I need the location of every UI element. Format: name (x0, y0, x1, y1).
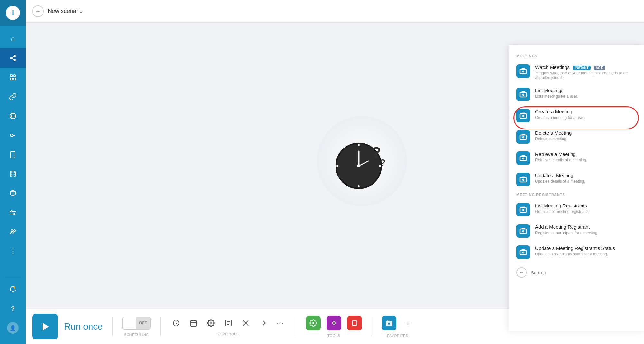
more-icon[interactable]: ··· (275, 317, 286, 329)
history-icon[interactable] (170, 317, 182, 329)
sidebar-item-team[interactable] (0, 222, 26, 242)
create-meeting-icon (516, 109, 530, 122)
favorites-label: FAVORITES (387, 334, 408, 338)
delete-meeting-icon (516, 130, 530, 144)
svg-line-4 (12, 58, 14, 60)
svg-text:?: ? (380, 157, 385, 168)
retrieve-meeting-icon (516, 151, 530, 165)
section-title-meetings: MEETINGS (509, 52, 644, 61)
notes-icon[interactable] (223, 317, 234, 329)
update-meeting-name: Update a Meeting (535, 173, 636, 178)
run-once-button[interactable] (32, 314, 58, 339)
clock-svg: ? ? (330, 129, 394, 193)
sidebar-item-mobile[interactable] (0, 145, 26, 164)
sidebar-item-notifications[interactable] (0, 280, 26, 299)
search-back-icon: ← (516, 267, 527, 278)
svg-point-1 (14, 55, 15, 57)
svg-point-25 (14, 230, 15, 232)
update-meeting-icon (516, 173, 530, 186)
panel-item-update-meeting[interactable]: Update a Meeting Updates details of a me… (509, 169, 644, 190)
tools-label: TOOLS (327, 334, 340, 338)
panel-item-watch-meetings[interactable]: Watch Meetings INSTANT ACID Triggers whe… (509, 61, 644, 84)
sidebar-item-profile[interactable]: 👤 (0, 318, 26, 338)
svg-point-45 (523, 137, 524, 138)
sidebar-item-links[interactable] (0, 87, 26, 106)
panel-item-list-registrants[interactable]: List Meeting Registrants Get a list of m… (509, 199, 644, 220)
sidebar-divider (5, 277, 21, 277)
svg-point-2 (14, 59, 15, 61)
watch-meetings-icon (516, 64, 530, 78)
page-title: New scenario (48, 8, 83, 14)
watch-meetings-desc: Triggers when one of your meetings start… (535, 71, 636, 80)
sidebar-bottom: ? 👤 (0, 274, 26, 344)
svg-point-33 (358, 185, 360, 187)
sidebar-item-scenarios[interactable] (0, 48, 26, 68)
send-icon[interactable] (257, 317, 269, 329)
add-favorite-button[interactable]: + (402, 317, 414, 329)
settings-icon[interactable] (205, 317, 217, 329)
sidebar-item-cube[interactable] (0, 184, 26, 203)
sidebar-item-keys[interactable] (0, 126, 26, 145)
update-registrant-name: Update a Meeting Registrant's Status (535, 245, 636, 251)
search-label: Search (531, 270, 546, 275)
controls-label: CONTROLS (218, 332, 239, 336)
svg-point-15 (10, 171, 15, 173)
svg-rect-7 (10, 78, 12, 80)
sidebar: i ⌂ (0, 0, 26, 344)
tools-green-icon[interactable] (306, 316, 321, 330)
svg-rect-58 (191, 320, 196, 326)
panel-item-create-meeting[interactable]: Create a Meeting Creates a meeting for a… (509, 105, 644, 126)
sidebar-item-home[interactable]: ⌂ (0, 29, 26, 48)
svg-point-55 (523, 252, 524, 253)
tools-purple-icon[interactable] (327, 316, 341, 330)
svg-rect-38 (520, 69, 526, 74)
zoom-camera-icon (385, 319, 393, 327)
panel-item-update-registrant[interactable]: Update a Meeting Registrant's Status Upd… (509, 242, 644, 263)
svg-rect-48 (520, 177, 526, 182)
panel-search[interactable]: ← Search (509, 263, 644, 282)
run-once-group: Run once (32, 314, 103, 339)
sidebar-item-more[interactable]: ⋮ (0, 242, 26, 261)
scheduling-toggle[interactable]: OFF (122, 317, 151, 330)
svg-point-70 (312, 322, 314, 324)
divider-2 (160, 317, 161, 336)
add-registrant-name: Add a Meeting Registrant (535, 224, 636, 230)
list-registrants-icon (516, 203, 530, 216)
favorite-zoom-icon[interactable] (382, 316, 396, 330)
app-logo[interactable]: i (0, 0, 26, 26)
tools-red-icon[interactable] (347, 316, 362, 330)
update-registrant-desc: Updates a registrants status for a meeti… (535, 252, 636, 256)
list-meetings-icon (516, 88, 530, 101)
svg-point-12 (10, 134, 13, 137)
retrieve-meeting-name: Retrieve a Meeting (535, 151, 636, 157)
back-button[interactable]: ← (32, 5, 44, 17)
tools-section: TOOLS (306, 316, 362, 338)
sidebar-item-database[interactable] (0, 164, 26, 184)
svg-point-0 (10, 57, 12, 59)
svg-marker-56 (43, 323, 49, 330)
watch-meetings-name: Watch Meetings INSTANT ACID (535, 64, 636, 70)
panel-item-add-registrant[interactable]: Add a Meeting Registrant Registers a par… (509, 220, 644, 242)
update-meeting-desc: Updates details of a meeting. (535, 179, 636, 184)
panel-item-list-meetings[interactable]: List Meetings Lists meetings for a user. (509, 84, 644, 105)
svg-point-43 (523, 115, 524, 117)
sidebar-item-controls[interactable] (0, 203, 26, 222)
canvas-area: ? ? MEETINGS Watch (26, 23, 644, 309)
svg-point-53 (523, 231, 524, 232)
sidebar-item-help[interactable]: ? (0, 299, 26, 318)
controls-section: ··· CONTROLS (170, 317, 286, 336)
badge-instant: INSTANT (573, 66, 591, 70)
panel-item-delete-meeting[interactable]: Delete a Meeting Deletes a meeting. (509, 126, 644, 148)
section-title-registrants: MEETING REGISTRANTS (509, 190, 644, 199)
sidebar-nav: ⌂ (0, 29, 26, 274)
tools-wrench-icon[interactable] (240, 317, 251, 329)
create-meeting-desc: Creates a meeting for a user. (535, 115, 636, 120)
schedule-icon[interactable] (188, 317, 199, 329)
sidebar-item-connections[interactable] (0, 68, 26, 87)
favorites-section: + FAVORITES (382, 316, 414, 338)
svg-rect-40 (520, 92, 526, 97)
sidebar-item-globe[interactable] (0, 106, 26, 126)
panel-item-retrieve-meeting[interactable]: Retrieve a Meeting Retrieves details of … (509, 148, 644, 169)
svg-rect-74 (352, 321, 357, 325)
run-once-label: Run once (64, 321, 103, 332)
